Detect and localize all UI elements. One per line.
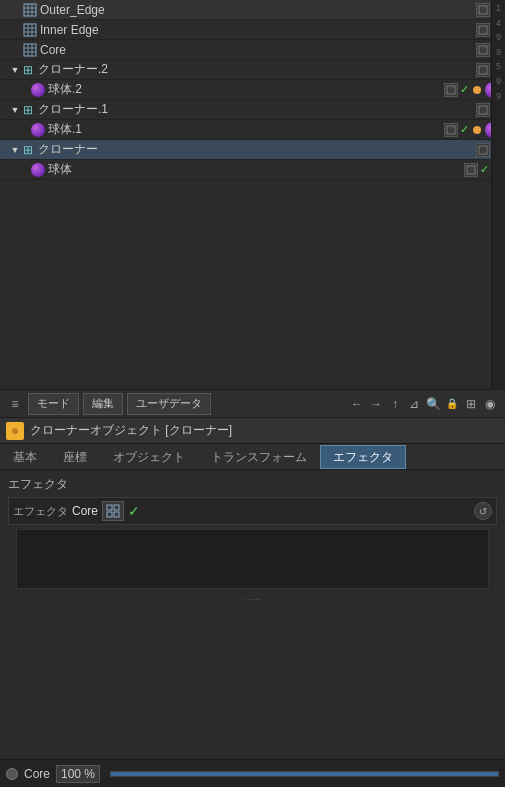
svg-rect-5	[479, 6, 487, 14]
layer-name: 球体	[48, 161, 464, 178]
svg-rect-28	[107, 512, 112, 517]
check-icon: ✓	[460, 83, 469, 96]
sphere-icon	[30, 162, 46, 178]
toolbar: ≡ モード 編集 ユーザデータ ← → ↑ ⊿ 🔍 🔒 ⊞ ◉	[0, 390, 505, 418]
svg-rect-27	[114, 505, 119, 510]
layer-type-icon	[22, 22, 38, 38]
ctrl-box[interactable]	[476, 3, 490, 17]
effector-grid-button[interactable]	[102, 501, 124, 521]
expand-arrow[interactable]: ▼	[10, 65, 20, 75]
svg-rect-6	[24, 24, 36, 36]
scroll-num: 9	[496, 46, 501, 59]
ctrl-box[interactable]	[476, 23, 490, 37]
eye-icon[interactable]: ◉	[481, 395, 499, 413]
layer-type-icon	[22, 2, 38, 18]
layer-name: 球体.2	[48, 81, 444, 98]
expand-arrow[interactable]	[20, 85, 30, 95]
effector-dots: ......	[8, 591, 497, 602]
tab-object[interactable]: オブジェクト	[100, 445, 198, 469]
dot-indicator	[473, 126, 481, 134]
expand-arrow[interactable]	[12, 25, 22, 35]
object-type-icon	[6, 422, 24, 440]
status-bar: Core 100 %	[0, 759, 505, 787]
layer-row[interactable]: 球体.2 ✓	[0, 80, 505, 100]
search-icon[interactable]: 🔍	[424, 395, 442, 413]
layer-name: 球体.1	[48, 121, 444, 138]
layer-panel: Outer_Edge ✓ Inner Edge ✓	[0, 0, 505, 390]
effector-section: エフェクタ エフェクタ Core ✓ ↺ ......	[0, 470, 505, 610]
svg-rect-26	[107, 505, 112, 510]
layer-name: クローナー	[38, 141, 476, 158]
effector-check-icon[interactable]: ✓	[128, 503, 140, 519]
layer-row[interactable]: ▼ ⊞ クローナー.2 ✓	[0, 60, 505, 80]
ctrl-box[interactable]	[444, 123, 458, 137]
effector-drop-area[interactable]	[16, 529, 489, 589]
lock-icon[interactable]: 🔒	[443, 395, 461, 413]
status-indicator	[6, 768, 18, 780]
arrow-up-icon[interactable]: ↑	[386, 395, 404, 413]
status-percent[interactable]: 100 %	[56, 765, 100, 783]
expand-icon[interactable]: ⊞	[462, 395, 480, 413]
layer-type-icon: ⊞	[20, 62, 36, 78]
svg-rect-19	[447, 86, 455, 94]
effector-scroll-button[interactable]: ↺	[474, 502, 492, 520]
ctrl-box[interactable]	[476, 143, 490, 157]
object-title-text: クローナーオブジェクト [クローナー]	[30, 422, 232, 439]
ctrl-box[interactable]	[476, 103, 490, 117]
layer-type-icon: ⊞	[20, 142, 36, 158]
mode-menu[interactable]: モード	[28, 393, 79, 415]
expand-arrow[interactable]	[20, 125, 30, 135]
expand-arrow[interactable]: ▼	[10, 145, 20, 155]
edit-menu[interactable]: 編集	[83, 393, 123, 415]
layer-row[interactable]: ▼ ⊞ クローナー.1 ✓	[0, 100, 505, 120]
layer-row[interactable]: 球体 ✓	[0, 160, 505, 180]
hamburger-icon[interactable]: ≡	[6, 395, 24, 413]
layer-name: クローナー.2	[38, 61, 476, 78]
sphere-icon	[30, 82, 46, 98]
svg-rect-23	[467, 166, 475, 174]
layer-row[interactable]: Core ✓	[0, 40, 505, 60]
layer-row[interactable]: ▼ ⊞ クローナー ✓	[0, 140, 505, 160]
tab-transform[interactable]: トランスフォーム	[198, 445, 320, 469]
layer-row[interactable]: Outer_Edge ✓	[0, 0, 505, 20]
tab-basic[interactable]: 基本	[0, 445, 50, 469]
svg-rect-20	[479, 106, 487, 114]
status-progress-bar	[110, 771, 499, 777]
scroll-num: 9	[496, 90, 501, 103]
check-icon: ✓	[460, 123, 469, 136]
effector-name: Core	[72, 504, 98, 518]
effector-row-label: エフェクタ	[13, 504, 68, 519]
ctrl-box[interactable]	[476, 63, 490, 77]
effector-section-title: エフェクタ	[8, 476, 497, 493]
funnel-icon[interactable]: ⊿	[405, 395, 423, 413]
expand-arrow[interactable]: ▼	[10, 105, 20, 115]
ctrl-box[interactable]	[476, 43, 490, 57]
svg-rect-18	[479, 66, 487, 74]
userdata-menu[interactable]: ユーザデータ	[127, 393, 211, 415]
object-title-bar: クローナーオブジェクト [クローナー]	[0, 418, 505, 444]
layer-row[interactable]: 球体.1 ✓	[0, 120, 505, 140]
layer-row[interactable]: Inner Edge ✓	[0, 20, 505, 40]
progress-fill	[111, 772, 498, 776]
ctrl-box[interactable]	[464, 163, 478, 177]
expand-arrow[interactable]	[20, 165, 30, 175]
svg-rect-17	[479, 46, 487, 54]
scroll-num: 9	[496, 31, 501, 44]
expand-arrow[interactable]	[12, 45, 22, 55]
effector-row: エフェクタ Core ✓ ↺	[8, 497, 497, 525]
tab-coords[interactable]: 座標	[50, 445, 100, 469]
arrow-right-icon[interactable]: →	[367, 395, 385, 413]
properties-panel: ≡ モード 編集 ユーザデータ ← → ↑ ⊿ 🔍 🔒 ⊞ ◉ クローナーオブジ…	[0, 390, 505, 787]
expand-arrow[interactable]	[12, 5, 22, 15]
layer-name: Outer_Edge	[40, 3, 476, 17]
right-scrollbar[interactable]: 1 4 9 9 5 9 9	[491, 0, 505, 390]
layer-type-icon	[22, 42, 38, 58]
svg-rect-21	[447, 126, 455, 134]
svg-rect-22	[479, 146, 487, 154]
svg-rect-29	[114, 512, 119, 517]
arrow-left-icon[interactable]: ←	[348, 395, 366, 413]
layer-list: Outer_Edge ✓ Inner Edge ✓	[0, 0, 505, 180]
ctrl-box[interactable]	[444, 83, 458, 97]
scroll-num: 1	[496, 2, 501, 15]
tab-effector[interactable]: エフェクタ	[320, 445, 406, 469]
